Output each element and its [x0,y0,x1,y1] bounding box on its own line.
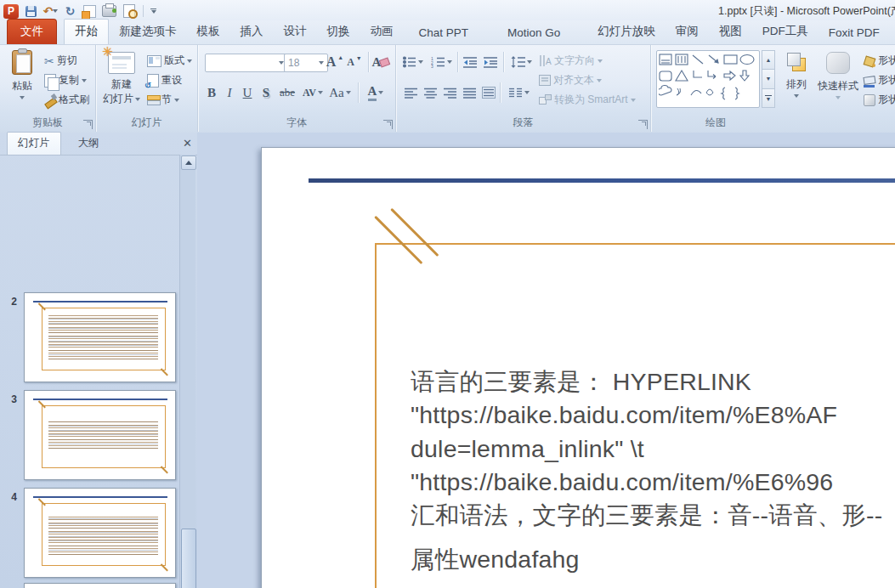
quick-print-button[interactable] [102,4,116,18]
copy-dropdown-icon[interactable] [82,79,87,82]
shapes-gallery-scroll[interactable]: ▲ ▼ ▼ [762,50,775,108]
shapes-scroll-up-icon[interactable]: ▲ [762,50,775,70]
font-color-button[interactable]: A [363,83,388,102]
paste-dropdown-icon[interactable] [20,96,25,99]
copy-button[interactable]: 复制 [44,73,87,88]
slide-number: 3 [2,393,17,405]
tab-pdf-tools[interactable]: PDF工具 [752,20,819,44]
print-preview-button[interactable] [122,4,136,18]
underline-button[interactable]: U [239,83,256,102]
text-shadow-button[interactable]: S [258,83,275,102]
section-button[interactable]: 节 [147,93,179,107]
change-case-button[interactable]: Aa [327,83,353,102]
redo-button[interactable]: ↻ [63,4,77,18]
tab-view[interactable]: 视图 [709,20,752,44]
align-left-button[interactable] [401,83,420,102]
align-center-button[interactable] [421,83,439,102]
new-slide-dropdown-icon[interactable] [135,98,140,101]
layout-dropdown-icon[interactable] [187,59,192,63]
shapes-gallery[interactable] [656,50,760,108]
new-from-template-button[interactable] [82,4,97,18]
columns-button[interactable] [507,83,532,102]
shrink-font-button[interactable]: A ▼ [345,53,364,71]
line-spacing-button[interactable] [508,53,534,71]
undo-dropdown-icon[interactable] [53,9,58,13]
tab-outline[interactable]: 大纲 [68,133,110,155]
tab-foxit-pdf[interactable]: Foxit PDF [819,22,890,44]
align-right-button[interactable] [440,83,459,102]
convert-smartart-button[interactable]: 转换为 SmartArt [539,93,636,107]
quick-styles-button[interactable]: 快速样式 [818,52,858,99]
shapes-scroll-down-icon[interactable]: ▼ [762,70,775,88]
new-slide-label-1: 新建 [111,77,132,92]
format-painter-button[interactable]: 格式刷 [44,93,89,107]
strikethrough-button[interactable]: abe [276,83,298,102]
grow-font-button[interactable]: A ▲ [326,53,344,71]
slide-text-line: dule=lemma_inlink" \t [411,433,882,466]
numbering-button[interactable]: 123 [428,53,454,71]
align-text-button[interactable]: 对齐文本 [539,73,602,88]
tab-transitions[interactable]: 切换 [317,20,360,44]
font-size-combo[interactable]: 18 [284,54,328,72]
panel-scrollbar[interactable] [179,155,195,588]
italic-button[interactable]: I [222,83,237,102]
bullets-button[interactable] [401,53,425,71]
customize-qat-button[interactable] [150,8,156,14]
clipboard-dialog-launcher-icon[interactable] [83,120,93,129]
shape-outline-button[interactable]: 形状轮廓 [864,73,895,88]
shapes-more-icon[interactable]: ▼ [762,89,775,108]
layout-button[interactable]: 版式 [147,54,192,68]
font-color-letter: A [368,84,377,101]
scroll-up-button[interactable] [181,155,196,170]
arrange-button[interactable]: 排列 [780,52,813,98]
slide-5-thumbnail[interactable] [24,583,176,588]
slide-text-block[interactable]: 语言的三要素是： HYPERLINK "https://baike.baidu.… [411,365,882,577]
tab-slideshow[interactable]: 幻灯片放映 [587,20,666,44]
scrollbar-thumb[interactable] [181,529,196,588]
increase-indent-button[interactable] [481,53,500,71]
slide-canvas[interactable]: 语言的三要素是： HYPERLINK "https://baike.baidu.… [261,147,895,588]
font-name-combo[interactable] [205,54,288,72]
cut-button[interactable]: ✂ 剪切 [44,54,77,68]
text-direction-button[interactable]: A 文字方向 [539,54,603,68]
arrange-dropdown-icon[interactable] [794,94,799,98]
font-dialog-launcher-icon[interactable] [383,120,393,129]
bullets-dropdown-icon [418,60,423,64]
paste-button[interactable]: 粘贴 [7,50,37,99]
tab-chat-ppt[interactable]: Chat PPT [409,22,479,44]
distribute-button[interactable] [479,83,498,102]
tab-slides-thumbnails[interactable]: 幻灯片 [7,132,61,155]
bullets-icon [403,56,416,68]
tab-template[interactable]: 模板 [187,20,230,44]
save-button[interactable] [24,4,38,18]
close-icon[interactable]: ✕ [183,137,192,150]
reset-button[interactable]: 重设 [147,73,182,88]
tab-new-custom[interactable]: 新建选项卡 [109,20,187,44]
slide-blue-line [309,178,895,183]
section-dropdown-icon[interactable] [174,99,179,102]
undo-button[interactable]: ↶ [43,4,58,18]
document-icon [83,5,96,18]
tab-file[interactable]: 文件 [7,19,57,44]
para-separator-3 [500,82,501,103]
tab-insert[interactable]: 插入 [230,20,274,44]
shape-fill-button[interactable]: 形状填充 [864,54,895,68]
slide-2-thumbnail[interactable] [24,292,176,382]
new-slide-button[interactable]: ✳ 新建 幻灯片 [103,52,140,106]
tab-motion-go[interactable]: Motion Go [497,22,570,44]
tab-animations[interactable]: 动画 [360,20,404,44]
tab-review[interactable]: 审阅 [666,20,709,44]
clear-formatting-button[interactable]: A [371,53,390,71]
slide-text-line: 属性wendafahg [411,543,882,576]
bold-button[interactable]: B [203,83,220,102]
paragraph-dialog-launcher-icon[interactable] [638,120,648,129]
powerpoint-logo-icon[interactable]: P [3,4,19,19]
tab-home[interactable]: 开始 [64,19,109,44]
slide-4-thumbnail[interactable] [24,488,176,578]
tab-design[interactable]: 设计 [274,20,317,44]
slide-3-thumbnail[interactable] [24,390,176,480]
character-spacing-button[interactable]: AV [300,83,326,102]
decrease-indent-button[interactable] [461,53,479,71]
shape-effects-button[interactable]: 形状效果 [864,93,895,107]
justify-button[interactable] [460,83,479,102]
